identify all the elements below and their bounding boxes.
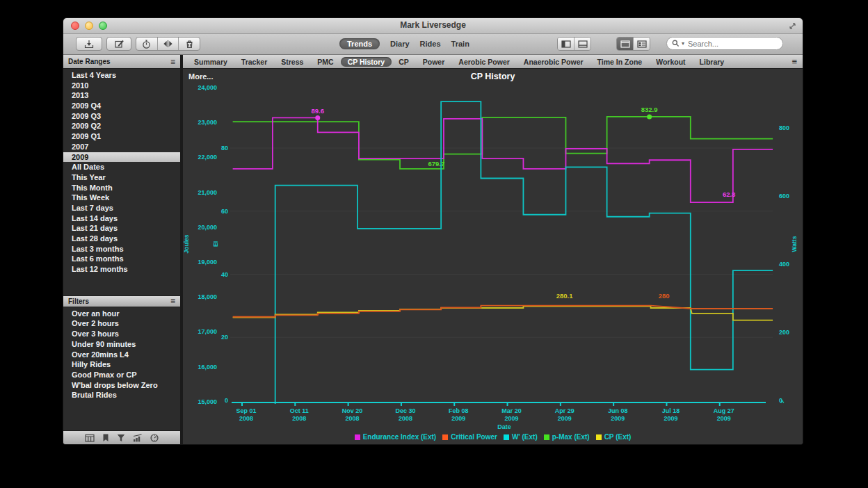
chart-tab[interactable]: Workout — [649, 57, 692, 67]
stopwatch-button[interactable] — [136, 38, 157, 50]
date-range-item[interactable]: 2009 Q4 — [63, 101, 180, 111]
svg-text:22,000: 22,000 — [198, 154, 217, 161]
date-ranges-header[interactable]: Date Ranges ≡ — [63, 55, 180, 69]
legend-swatch — [442, 434, 448, 440]
date-range-item[interactable]: All Dates — [63, 162, 180, 172]
date-range-item[interactable]: Last 4 Years — [63, 70, 180, 81]
date-range-item[interactable]: Last 28 days — [63, 234, 180, 244]
fullscreen-icon[interactable] — [788, 22, 797, 31]
svg-text:2009: 2009 — [505, 415, 519, 422]
date-range-item[interactable]: Last 6 months — [63, 254, 180, 264]
chart-tabs: SummaryTrackerStressPMCCP HistoryCPPower… — [187, 57, 674, 67]
menu-icon[interactable]: ≡ — [170, 57, 175, 67]
chart-tab[interactable]: Summary — [187, 57, 234, 67]
delete-ride-button[interactable] — [178, 38, 200, 50]
split-ride-button[interactable] — [157, 38, 179, 50]
filter-item[interactable]: Over 2 hours — [63, 318, 180, 329]
svg-text:40: 40 — [221, 271, 228, 278]
bottombar-toggle-button[interactable] — [574, 38, 590, 50]
chart-tab[interactable]: CP History — [341, 57, 392, 67]
date-range-item[interactable]: 2009 Q2 — [63, 121, 180, 131]
svg-text:2009: 2009 — [664, 415, 677, 422]
filter-item[interactable]: Over 20mins L4 — [63, 350, 180, 360]
filter-item[interactable]: Hilly Rides — [63, 359, 180, 370]
search-input[interactable] — [686, 39, 778, 49]
chart-tab[interactable]: Stress — [274, 57, 310, 67]
date-range-item[interactable]: This Month — [63, 183, 180, 193]
legend-item: p-Max (Ext) — [544, 433, 590, 441]
date-range-item[interactable]: This Year — [63, 172, 180, 183]
title-bar[interactable]: Mark Liversedge — [63, 18, 803, 34]
tile-view-button[interactable] — [617, 38, 633, 50]
filter-item[interactable]: W'bal drops below Zero — [63, 380, 180, 391]
chart-tab[interactable]: Aerobic Power — [451, 57, 517, 67]
filter-item[interactable]: Over an hour — [63, 309, 180, 319]
sidebar-toggle-button[interactable] — [558, 38, 574, 50]
search-field[interactable]: ▾ — [666, 37, 783, 50]
date-range-item[interactable]: This Week — [63, 193, 180, 203]
download-button[interactable] — [76, 37, 102, 51]
date-range-item[interactable]: 2009 — [63, 152, 180, 163]
filters-header[interactable]: Filters ≡ — [63, 295, 180, 307]
dial-icon[interactable] — [150, 434, 159, 442]
date-range-item[interactable]: 2009 Q1 — [63, 131, 180, 142]
svg-text:832.9: 832.9 — [641, 106, 658, 113]
menu-icon[interactable]: ≡ — [791, 56, 797, 67]
chart-tab[interactable]: Tracker — [234, 57, 274, 67]
date-range-item[interactable]: 2007 — [63, 142, 180, 152]
view-mode-button[interactable]: Train — [451, 40, 469, 48]
traffic-lights — [71, 22, 107, 30]
chart-tab[interactable]: Anaerobic Power — [517, 57, 590, 67]
view-mode-button[interactable]: Trends — [339, 38, 380, 49]
legend-item: W' (Ext) — [504, 433, 538, 441]
filter-item[interactable]: Under 90 minutes — [63, 339, 180, 350]
tabbed-view-button[interactable] — [633, 38, 650, 50]
date-range-item[interactable]: Last 3 months — [63, 244, 180, 254]
view-mode-switcher: TrendsDiaryRidesTrain — [339, 37, 469, 51]
funnel-icon[interactable] — [117, 434, 125, 442]
date-range-item[interactable]: 2013 — [63, 90, 180, 101]
chart-tab[interactable]: PMC — [310, 57, 340, 67]
zoom-icon[interactable] — [99, 22, 107, 30]
filter-item[interactable]: Good Pmax or CP — [63, 370, 180, 380]
date-range-item[interactable]: 2009 Q3 — [63, 111, 180, 122]
chart-tab[interactable]: Time In Zone — [590, 57, 650, 67]
trash-icon — [185, 40, 194, 49]
chart-tab[interactable]: CP — [392, 57, 416, 67]
panel-toggle-group — [557, 37, 591, 51]
close-icon[interactable] — [71, 22, 79, 30]
compose-button[interactable] — [106, 37, 131, 51]
date-range-item[interactable]: Last 14 days — [63, 213, 180, 224]
date-range-item[interactable]: Last 12 months — [63, 264, 180, 275]
layout-toggle-group — [616, 37, 650, 51]
chart-tab[interactable]: Library — [693, 57, 732, 67]
filter-item[interactable]: Over 3 hours — [63, 329, 180, 339]
legend-swatch — [355, 434, 360, 440]
download-icon — [84, 40, 94, 49]
svg-text:280: 280 — [659, 292, 670, 300]
date-range-item[interactable]: 2010 — [63, 81, 180, 91]
view-mode-button[interactable]: Rides — [420, 40, 441, 48]
date-range-item[interactable]: Last 7 days — [63, 203, 180, 213]
chart-bars-icon[interactable] — [133, 434, 143, 442]
svg-text:19,000: 19,000 — [198, 259, 217, 266]
svg-text:15,000: 15,000 — [198, 398, 217, 405]
svg-text:600: 600 — [779, 193, 789, 200]
filter-item[interactable]: Brutal Rides — [63, 390, 180, 400]
legend-swatch — [596, 434, 602, 440]
svg-text:2008: 2008 — [292, 415, 306, 422]
minimize-icon[interactable] — [85, 22, 93, 30]
calendar-icon[interactable] — [85, 434, 95, 442]
search-scope-caret[interactable]: ▾ — [682, 40, 684, 47]
ride-tools-group — [136, 37, 200, 51]
view-mode-button[interactable]: Diary — [390, 40, 410, 48]
bookmark-icon[interactable] — [102, 434, 109, 442]
date-range-item[interactable]: Last 21 days — [63, 223, 180, 234]
date-ranges-list: Last 4 Years201020132009 Q42009 Q32009 Q… — [63, 69, 180, 275]
svg-text:2009: 2009 — [558, 415, 572, 422]
svg-text:Jun 08: Jun 08 — [608, 407, 628, 414]
menu-icon[interactable]: ≡ — [170, 296, 175, 306]
svg-text:800: 800 — [779, 124, 789, 131]
chart-tab[interactable]: Power — [416, 57, 452, 67]
svg-text:Nov 20: Nov 20 — [342, 407, 363, 414]
